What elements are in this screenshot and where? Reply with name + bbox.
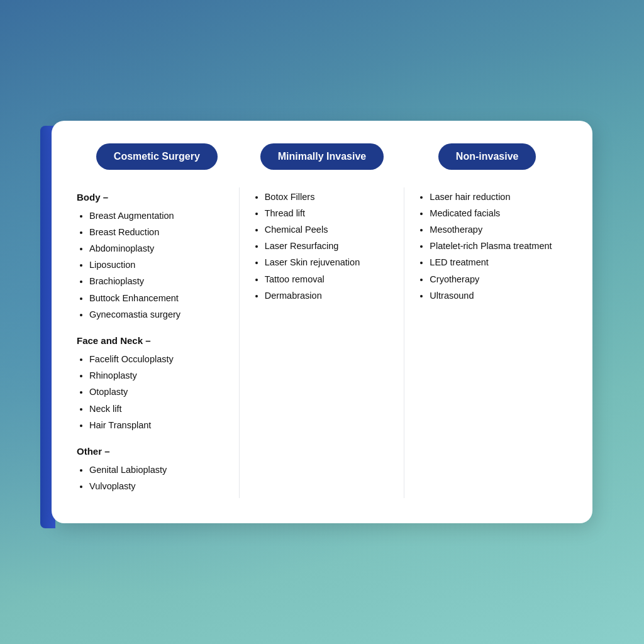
header-badge: Cosmetic Surgery <box>96 143 218 170</box>
list-item: Buttock Enhancement <box>89 291 226 306</box>
header-badge: Non-invasive <box>438 143 536 170</box>
main-card: Cosmetic SurgeryMinimally InvasiveNon-in… <box>52 121 592 524</box>
list-item: Facelift Occuloplasty <box>89 352 226 367</box>
list-item: Platelet-rich Plasma treatment <box>430 239 567 253</box>
list-item: Botox Fillers <box>265 190 392 204</box>
item-list: Genital LabioplastyVulvoplasty <box>77 463 226 494</box>
header-badge: Minimally Invasive <box>260 143 384 170</box>
list-item: LED treatment <box>430 255 567 270</box>
section-heading: Face and Neck – <box>77 333 226 348</box>
list-item: Vulvoplasty <box>89 479 226 494</box>
list-item: Breast Reduction <box>89 225 226 240</box>
list-item: Brachioplasty <box>89 274 226 289</box>
list-item: Gynecomastia surgery <box>89 308 226 322</box>
list-item: Otoplasty <box>89 385 226 399</box>
list-item: Laser hair reduction <box>430 190 567 204</box>
list-item: Laser Skin rejuvenation <box>265 255 392 270</box>
list-item: Hair Transplant <box>89 418 226 433</box>
list-item: Thread lift <box>265 206 392 221</box>
page-background: Cosmetic SurgeryMinimally InvasiveNon-in… <box>0 0 644 644</box>
list-item: Liposuction <box>89 258 226 272</box>
column-header: Minimally Invasive <box>240 143 405 170</box>
item-list: Breast AugmentationBreast ReductionAbdom… <box>77 209 226 322</box>
list-item: Ultrasound <box>430 289 567 303</box>
list-item: Neck lift <box>89 402 226 416</box>
columns-content: Body –Breast AugmentationBreast Reductio… <box>74 187 570 499</box>
section-heading: Other – <box>77 444 226 459</box>
list-item: Rhinoplasty <box>89 369 226 383</box>
column-content: Body –Breast AugmentationBreast Reductio… <box>74 187 240 499</box>
column-header: Cosmetic Surgery <box>74 143 240 170</box>
item-list: Laser hair reductionMedicated facialsMes… <box>417 190 567 303</box>
card-shadow: Cosmetic SurgeryMinimally InvasiveNon-in… <box>52 121 592 524</box>
section-heading: Body – <box>77 190 226 205</box>
list-item: Cryotherapy <box>430 272 567 287</box>
list-item: Medicated facials <box>430 206 567 221</box>
list-item: Genital Labioplasty <box>89 463 226 477</box>
list-item: Dermabrasion <box>265 289 392 303</box>
column-content: Laser hair reductionMedicated facialsMes… <box>404 187 570 499</box>
column-content: Botox FillersThread liftChemical PeelsLa… <box>240 187 405 499</box>
list-item: Abdominoplasty <box>89 242 226 256</box>
list-item: Tattoo removal <box>265 272 392 287</box>
item-list: Botox FillersThread liftChemical PeelsLa… <box>252 190 392 303</box>
list-item: Mesotherapy <box>430 223 567 237</box>
list-item: Breast Augmentation <box>89 209 226 223</box>
columns-header: Cosmetic SurgeryMinimally InvasiveNon-in… <box>74 143 570 170</box>
list-item: Chemical Peels <box>265 223 392 237</box>
list-item: Laser Resurfacing <box>265 239 392 253</box>
column-header: Non-invasive <box>404 143 570 170</box>
item-list: Facelift OcculoplastyRhinoplastyOtoplast… <box>77 352 226 433</box>
